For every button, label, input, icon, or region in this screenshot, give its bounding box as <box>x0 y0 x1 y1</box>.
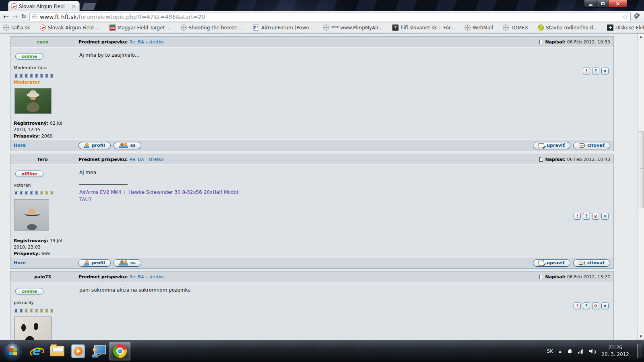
rank-star-icon: ♜ <box>50 73 55 79</box>
post-buttons: upraviť citovať <box>533 142 610 149</box>
ban-icon[interactable]: ⊘ <box>592 302 599 309</box>
posts-value: 2069 <box>41 134 53 139</box>
rank-stars: ♜♜♜♜♜♜♜♜ <box>14 191 72 196</box>
bookmark-item[interactable]: *** www.PimpMyAir... <box>323 25 383 31</box>
bookmark-item[interactable]: Stavba rodinného d... <box>538 25 598 31</box>
delete-icon[interactable]: × <box>601 302 609 309</box>
bookmark-item[interactable]: safta.sk <box>3 25 30 31</box>
private-message-button[interactable]: ss <box>114 142 141 149</box>
online-status-button[interactable]: online <box>15 288 43 294</box>
bookmark-item[interactable]: Magyar Field Target ... <box>109 25 171 31</box>
close-button[interactable]: × <box>608 0 627 7</box>
subject-link[interactable]: Re: BA - stretko <box>130 157 164 162</box>
bookmark-item[interactable]: WebMail <box>464 25 493 31</box>
post-author[interactable]: fero <box>37 157 47 162</box>
back-button[interactable]: ← <box>3 13 9 20</box>
language-indicator[interactable]: SK <box>547 348 553 354</box>
subject-link[interactable]: Re: BA - stretko <box>130 39 164 45</box>
bookmarks-bar: safta.skSlovak Airgun Field ...Magyar Fi… <box>0 23 644 33</box>
post-subject: Predmet príspevku:Re: BA - stretko <box>78 157 164 162</box>
private-message-button[interactable]: ss <box>114 259 141 267</box>
globe-favicon-icon <box>323 25 329 31</box>
question-icon[interactable]: ? <box>583 302 590 309</box>
minimize-button[interactable] <box>584 0 597 7</box>
maximize-button[interactable] <box>597 0 608 7</box>
rank-star-icon: ♜ <box>50 190 55 196</box>
report-icon[interactable]: ! <box>583 68 590 74</box>
rank-star-icon: ♜ <box>29 308 34 314</box>
start-button[interactable] <box>4 343 21 360</box>
wrench-menu-icon[interactable] <box>634 13 641 20</box>
signature-link[interactable]: AirArms EV2 MK4 + Hawke Sidewinder 30 8-… <box>79 189 609 196</box>
report-icon[interactable]: ! <box>574 302 581 309</box>
profile-button[interactable]: profil <box>78 142 111 149</box>
signature-link[interactable]: TAU7 <box>79 196 609 203</box>
registered-label: Registrovaný: <box>14 238 48 243</box>
bookmark-item[interactable]: AirGunForum (Powe... <box>253 25 314 31</box>
forward-button[interactable]: → <box>12 13 18 20</box>
delete-icon[interactable]: × <box>601 213 609 220</box>
subject-link[interactable]: Re: BA - stretko <box>130 274 164 280</box>
bookmark-item[interactable]: Slovak Airgun Field ... <box>40 25 100 31</box>
online-status-button[interactable]: online <box>15 53 43 60</box>
post-author[interactable]: caco <box>37 39 48 45</box>
address-bar[interactable]: www.ft-hft.sk/forum/viewtopic.php?f=47&t… <box>29 12 631 21</box>
taskbar-item-chrome-active[interactable] <box>109 342 130 360</box>
scrollbar-thumb[interactable] <box>638 131 644 208</box>
report-icon[interactable]: ! <box>574 213 581 220</box>
tray-expand-icon[interactable]: ▲ <box>559 350 561 353</box>
rank-star-icon: ♜ <box>19 73 24 79</box>
taskbar-item-media-player[interactable] <box>68 342 89 360</box>
forum-post: caco Predmet príspevku:Re: BA - stretko … <box>10 36 614 151</box>
bookmark-item[interactable]: Shooting the breeze ... <box>181 25 244 31</box>
new-tab-button[interactable] <box>82 3 96 10</box>
offline-status-button[interactable]: offline <box>15 171 43 177</box>
ban-icon[interactable]: ⊘ <box>592 213 599 220</box>
bookmark-label: safta.sk <box>11 25 30 31</box>
profile-button[interactable]: profil <box>78 259 111 267</box>
scroll-down-icon[interactable]: ▼ <box>638 333 644 340</box>
bookmark-label: Stavba rodinného d... <box>546 25 598 31</box>
top-link[interactable]: Hore <box>14 143 26 148</box>
vertical-scrollbar[interactable]: ▲ ▼ <box>637 33 644 340</box>
window-controls: × <box>584 0 627 8</box>
quote-button[interactable]: citovať <box>573 259 610 267</box>
edit-button[interactable]: upraviť <box>533 259 570 267</box>
top-link[interactable]: Hore <box>14 260 26 265</box>
rank-star-icon: ♜ <box>34 190 39 196</box>
bookmark-item[interactable]: TOMEX <box>503 25 528 31</box>
clock-time: 21:26 <box>601 344 629 351</box>
clock[interactable]: 21:26 20. 3. 2012 <box>601 344 629 358</box>
post-author[interactable]: palo73 <box>34 274 51 280</box>
network-icon[interactable] <box>578 349 583 354</box>
user-buttons: profil ss <box>78 142 141 149</box>
reload-button[interactable]: ↻ <box>21 14 27 20</box>
power-icon[interactable] <box>567 348 572 354</box>
speaker-favicon-icon <box>392 25 398 31</box>
bookmark-item[interactable]: hifi.slovanet.sk :: Fór... <box>392 25 455 31</box>
taskbar-item-remote-desktop[interactable] <box>89 342 109 360</box>
avatar <box>14 317 52 340</box>
browser-tab[interactable]: Slovak Airgun Field Target A × <box>8 1 80 11</box>
group-link[interactable]: Moderator <box>14 80 72 85</box>
globe-favicon-icon <box>3 25 9 31</box>
show-desktop-button[interactable] <box>637 344 642 358</box>
volume-icon[interactable] <box>589 349 596 354</box>
tab-close-icon[interactable]: × <box>71 4 77 9</box>
question-icon[interactable]: ? <box>592 68 599 74</box>
taskbar-item-internet-explorer[interactable] <box>26 342 47 360</box>
elektrika-favicon-icon <box>607 25 613 31</box>
taskbar-item-explorer[interactable] <box>47 342 68 360</box>
url-text[interactable]: www.ft-hft.sk/forum/viewtopic.php?f=47&t… <box>40 14 620 20</box>
bookmark-label: Slovak Airgun Field ... <box>48 25 100 31</box>
question-icon[interactable]: ? <box>583 213 590 220</box>
edit-button[interactable]: upraviť <box>533 142 570 149</box>
status-label: online <box>22 289 37 294</box>
bookmark-star-icon[interactable]: ☆ <box>622 14 628 20</box>
delete-icon[interactable]: × <box>601 68 609 74</box>
quote-button[interactable]: citovať <box>573 142 610 149</box>
posted-label: Napísal: <box>545 274 565 280</box>
bookmark-item[interactable]: Diskuse Elektrika.cz ... <box>607 25 644 31</box>
scroll-up-icon[interactable]: ▲ <box>638 33 644 40</box>
bookmark-label: Diskuse Elektrika.cz ... <box>615 25 644 31</box>
